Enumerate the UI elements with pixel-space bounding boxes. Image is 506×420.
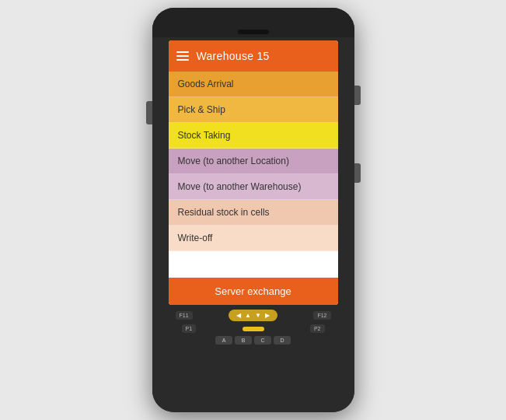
- menu-item[interactable]: Move (to another Location): [169, 149, 338, 174]
- alpha-key-c[interactable]: C: [254, 336, 271, 345]
- menu-icon[interactable]: [176, 51, 189, 61]
- menu-item[interactable]: Stock Taking: [169, 123, 338, 149]
- f11-button[interactable]: F11: [176, 311, 193, 320]
- side-button-right-top[interactable]: [354, 86, 361, 105]
- yellow-center-button[interactable]: [243, 327, 264, 331]
- alpha-row: ABCD: [215, 336, 291, 345]
- alpha-key-d[interactable]: D: [274, 336, 291, 345]
- menu-item[interactable]: Move (to another Warehouse): [169, 174, 338, 200]
- alpha-key-b[interactable]: B: [235, 336, 252, 345]
- device: Warehouse 15 Goods ArrivalPick & ShipSto…: [152, 8, 354, 412]
- device-top: [152, 8, 354, 37]
- f12-button[interactable]: F12: [313, 311, 330, 320]
- px-row: P1 P2: [176, 324, 331, 333]
- server-exchange-button[interactable]: Server exchange: [169, 278, 338, 305]
- nav-right-icon[interactable]: ▶: [265, 312, 270, 319]
- speaker: [238, 30, 269, 34]
- app-header: Warehouse 15: [169, 40, 338, 72]
- nav-down-icon[interactable]: ▼: [255, 312, 261, 319]
- menu-list: Goods ArrivalPick & ShipStock TakingMove…: [169, 72, 338, 278]
- menu-item[interactable]: Write-off: [169, 226, 338, 251]
- menu-item[interactable]: Pick & Ship: [169, 97, 338, 123]
- alpha-key-a[interactable]: A: [215, 336, 232, 345]
- nav-cluster: ◀ ▲ ▼ ▶: [229, 310, 277, 321]
- p1-button[interactable]: P1: [182, 324, 197, 333]
- app-title: Warehouse 15: [197, 50, 270, 62]
- menu-item[interactable]: Goods Arrival: [169, 72, 338, 97]
- device-bottom: F11 ◀ ▲ ▼ ▶ F12 P1 P2 ABCD: [152, 305, 354, 412]
- menu-item[interactable]: Residual stock in cells: [169, 200, 338, 226]
- nav-oval[interactable]: ◀ ▲ ▼ ▶: [229, 310, 277, 321]
- fn-row: F11 ◀ ▲ ▼ ▶ F12: [176, 310, 331, 321]
- nav-left-icon[interactable]: ◀: [236, 312, 241, 319]
- screen: Warehouse 15 Goods ArrivalPick & ShipSto…: [169, 40, 338, 305]
- nav-up-icon[interactable]: ▲: [245, 312, 251, 319]
- p2-button[interactable]: P2: [310, 324, 325, 333]
- side-button-left[interactable]: [146, 101, 152, 124]
- side-button-right-mid[interactable]: [354, 163, 361, 183]
